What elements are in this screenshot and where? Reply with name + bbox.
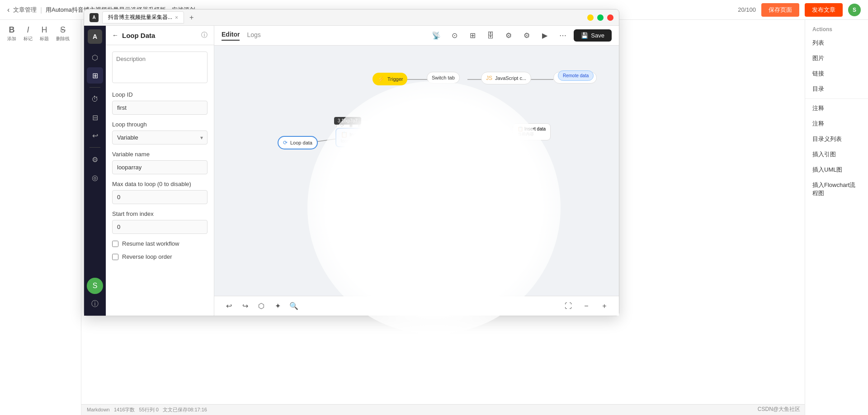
sidebar-icon-table[interactable]: ⊟ — [87, 109, 103, 126]
resume-last-label[interactable]: Resume last workflow — [122, 240, 179, 247]
insert-data3-subtitle: 当前内容 — [518, 131, 546, 137]
save-workflow-button[interactable]: 💾 Save — [574, 29, 612, 42]
variable-name-input[interactable] — [112, 160, 208, 174]
right-menu-list[interactable]: 列表 — [805, 35, 868, 51]
path-1-label: Path 1 — [436, 159, 449, 164]
config-icon[interactable]: ⚙ — [519, 28, 534, 43]
description-textarea[interactable] — [112, 51, 208, 83]
italic-tool[interactable]: I 标记 — [24, 25, 33, 42]
insert-data2-header: 📋 Insert data — [466, 126, 497, 132]
right-menu-toc[interactable]: 目录 — [805, 81, 868, 97]
sidebar-icon-settings[interactable]: ⚙ — [87, 151, 103, 168]
user-avatar[interactable]: S — [848, 4, 861, 16]
loop-data-label: Loop data — [290, 140, 312, 145]
switch-tab-label: Switch tab — [432, 75, 455, 80]
minimize-button[interactable] — [587, 14, 594, 21]
nav-back-icon[interactable]: ‹ — [7, 6, 9, 14]
start-index-input[interactable] — [112, 220, 208, 234]
save-label: Save — [591, 32, 604, 39]
automa-main-logo: A — [88, 29, 102, 44]
settings-gear-icon[interactable]: ⚙ — [501, 28, 516, 43]
mini-close-icon[interactable]: × — [382, 121, 389, 129]
right-menu-comment1[interactable]: 注释 — [805, 101, 868, 116]
heading-tool[interactable]: H 标题 — [40, 25, 49, 42]
blog-right-panel: Actions 列表 图片 链接 目录 注释 注释 目录义列表 插入引图 插入U… — [805, 20, 868, 415]
sidebar-icon-replay[interactable]: ↩ — [87, 127, 103, 144]
reverse-loop-checkbox[interactable] — [112, 254, 118, 260]
sidebar-icon-workflow[interactable]: ⬡ — [87, 49, 103, 65]
redo-button[interactable]: ↪ — [238, 299, 252, 313]
sidebar-icon-blocks[interactable]: ⊞ — [87, 67, 103, 84]
format-tools: B 添加 I 标记 H 标题 S 删除线 — [0, 23, 81, 44]
publish-button[interactable]: 发布文章 — [805, 3, 843, 17]
loop-id-input[interactable] — [112, 101, 208, 115]
right-menu-link[interactable]: 链接 — [805, 66, 868, 81]
close-button[interactable] — [607, 14, 613, 21]
sidebar-icon-info[interactable]: ⓘ — [87, 296, 103, 312]
back-button[interactable]: ← — [112, 32, 118, 39]
radio-icon[interactable]: 📡 — [429, 28, 443, 43]
conditions-node[interactable]: Conditions — [409, 128, 444, 140]
undo-button[interactable]: ↩ — [222, 299, 236, 313]
tab-logs[interactable]: Logs — [247, 31, 260, 40]
heading-icon: H — [42, 25, 47, 35]
page-counter: 20/100 — [738, 6, 756, 13]
max-data-input[interactable] — [112, 190, 208, 204]
table-icon[interactable]: ⊞ — [465, 28, 480, 43]
fullscreen-button[interactable]: ⛶ — [561, 299, 576, 313]
sidebar-icon-user[interactable]: S — [87, 278, 103, 294]
switch-tab-node[interactable]: Switch tab — [427, 72, 460, 84]
italic-label: 标记 — [24, 36, 33, 42]
reverse-loop-label[interactable]: Reverse loop order — [122, 253, 172, 260]
star-button[interactable]: ✦ — [270, 299, 285, 313]
canvas-background: ⚡ Trigger Switch tab JS JavaScript c... — [214, 46, 619, 296]
database-icon[interactable]: 🗄 — [483, 28, 498, 43]
right-menu-comment2[interactable]: 注释 — [805, 116, 868, 131]
nav-section[interactable]: 文章管理 — [13, 6, 37, 14]
cube-button[interactable]: ⬡ — [254, 299, 269, 313]
conditions-node-2[interactable]: Conditions — [495, 172, 526, 182]
save-page-button[interactable]: 保存页面 — [761, 3, 799, 17]
add-tab-button[interactable]: + — [186, 14, 197, 22]
insert-data-node-2[interactable]: 📋 Insert data 当前内容 — [461, 123, 502, 143]
strikethrough-tool[interactable]: S 删除线 — [56, 25, 70, 42]
bold-tool[interactable]: B 添加 — [7, 25, 16, 42]
maximize-button[interactable] — [597, 14, 604, 21]
window-controls — [587, 14, 613, 21]
more-icon[interactable]: ⋯ — [556, 28, 570, 43]
workflow-tab[interactable]: 抖音博主视频批量采集器... × — [102, 11, 184, 23]
right-menu-flowchart[interactable]: 插入Flowchart流程图 — [805, 177, 868, 201]
remote-data-node[interactable]: Remote data — [558, 70, 594, 81]
bold-icon: B — [9, 25, 15, 35]
sidebar-icon-history[interactable]: ⏱ — [87, 91, 103, 107]
trigger-node[interactable]: ⚡ Trigger — [373, 73, 407, 85]
panel-info-icon[interactable]: ⓘ — [201, 31, 208, 39]
right-menu-deflist[interactable]: 目录义列表 — [805, 131, 868, 147]
automa-titlebar: A 抖音博主视频批量采集器... × + — [84, 9, 619, 26]
right-menu-insert-ref[interactable]: 插入引图 — [805, 147, 868, 162]
zoom-out-button[interactable]: − — [579, 299, 594, 313]
tab-close-icon[interactable]: × — [175, 14, 178, 21]
resume-last-checkbox[interactable] — [112, 241, 118, 247]
editor-canvas[interactable]: ⚡ Trigger Switch tab JS JavaScript c... — [214, 46, 619, 296]
insert-data-node-3[interactable]: 📋 Insert data 当前内容 — [513, 123, 551, 140]
javascript-node[interactable]: JS JavaScript c... — [481, 72, 531, 84]
strikethrough-icon: S — [60, 25, 66, 35]
share-icon[interactable]: ⊙ — [447, 28, 462, 43]
loop-through-select-wrapper: Variable Table Google Sheets Custom ▾ — [112, 131, 208, 145]
zoom-in-button[interactable]: + — [597, 299, 612, 313]
svg-line-1 — [377, 136, 404, 138]
insert-data-subtitle: loopnum — [341, 139, 373, 144]
loop-through-select[interactable]: Variable Table Google Sheets Custom — [112, 131, 208, 145]
loop-data-node[interactable]: ⟳ Loop data — [278, 136, 318, 149]
play-icon[interactable]: ▶ — [538, 28, 552, 43]
sidebar-icon-target[interactable]: ◎ — [87, 169, 103, 186]
search-canvas-button[interactable]: 🔍 — [287, 299, 301, 313]
right-menu-insert-uml[interactable]: 插入UML图 — [805, 162, 868, 177]
tab-editor[interactable]: Editor — [222, 31, 240, 41]
right-menu-image[interactable]: 图片 — [805, 51, 868, 66]
tab-label: 抖音博主视频批量采集器... — [108, 14, 172, 21]
insert-data-node[interactable]: 📋 Insert data loopnum — [335, 128, 378, 147]
blog-toolbar: B 添加 I 标记 H 标题 S 删除线 — [0, 20, 81, 415]
conditions-label: Conditions — [415, 131, 438, 136]
